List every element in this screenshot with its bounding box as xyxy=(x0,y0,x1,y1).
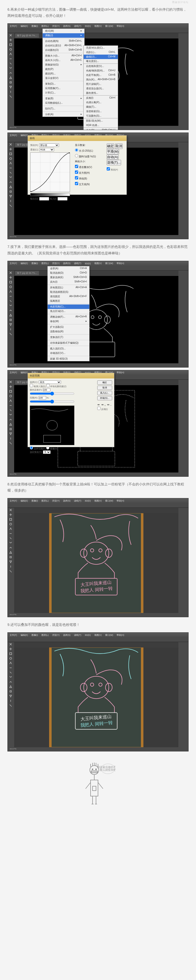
tool-icon[interactable] xyxy=(8,684,14,689)
menu-item[interactable]: 应用图像(Y)... xyxy=(43,86,84,91)
menu-item[interactable]: 色相/饱和度(H)...Ctrl+U xyxy=(84,68,118,73)
menu-item[interactable]: 模式(M)▸ xyxy=(43,29,84,33)
tab-label[interactable]: 猴子.jpg @ 66.7%... xyxy=(15,33,39,38)
menu-item[interactable]: 调整(J)▸ xyxy=(43,33,84,38)
menu-item[interactable]: 编辑(E) xyxy=(21,499,28,503)
tool-icon[interactable] xyxy=(8,161,14,165)
menu-item[interactable]: 滤镜(T) xyxy=(74,499,81,503)
ps-right-panels[interactable] xyxy=(178,33,188,126)
tool-icon[interactable] xyxy=(8,527,14,531)
menu-item[interactable]: 图层(L) xyxy=(41,25,49,28)
menu-item[interactable]: 3D(D) xyxy=(85,500,91,502)
load-button[interactable]: 载入(L)... xyxy=(97,391,112,395)
menu-item[interactable]: 图像(I) xyxy=(32,25,38,28)
menu-item[interactable]: 分析(A)▸ xyxy=(43,112,84,117)
tool-icon[interactable] xyxy=(8,194,14,199)
menu-item[interactable]: 窗口(W) xyxy=(105,633,113,637)
fuzziness-slider[interactable] xyxy=(30,391,75,396)
image-menu-dropdown[interactable]: 模式(M)▸调整(J)▸自动色调(N)Shift+Ctrl+L自动对比度(U)A… xyxy=(42,29,84,117)
menu-item[interactable]: 通道混合器(X)... xyxy=(84,86,118,91)
menu-item[interactable]: 编辑(E) xyxy=(21,134,28,137)
menu-item[interactable]: 黑白(K)...Alt+Shift+Ctrl+B xyxy=(84,78,118,82)
localized-cb[interactable] xyxy=(46,384,49,387)
menu-item[interactable]: 取消选择图层(S) xyxy=(48,290,89,294)
color-range-dialog[interactable]: 色彩范围 选择(C): 高光 检测人脸(D) 本地化颜色簇(Z) 颜色容差(F)… xyxy=(27,373,115,447)
menu-item[interactable]: 照片滤镜(F)... xyxy=(84,82,118,86)
menu-item[interactable]: 亮度/对比度(C)... xyxy=(84,46,118,50)
tool-icon[interactable] xyxy=(8,689,14,694)
menu-item[interactable]: 重新选择(E)Shift+Ctrl+D xyxy=(48,275,89,280)
detect-faces-cb[interactable] xyxy=(30,384,33,387)
preset-select[interactable]: 默认值 xyxy=(39,143,59,147)
tool-icon[interactable] xyxy=(8,57,14,61)
tool-icon[interactable] xyxy=(8,332,14,336)
tool-icon[interactable] xyxy=(8,270,14,275)
tool-icon[interactable] xyxy=(8,290,14,294)
tool-icon[interactable] xyxy=(8,166,14,170)
menu-item[interactable]: 全部(A)Ctrl+A xyxy=(48,266,89,271)
menu-item[interactable]: 变换选区(T) xyxy=(48,335,89,339)
tool-icon[interactable] xyxy=(8,85,14,89)
tool-icon[interactable] xyxy=(8,47,14,52)
menu-item[interactable]: 去色(D)Shift+Ctrl+U xyxy=(84,128,118,130)
menu-item[interactable]: 所有图层(L)Alt+Ctrl+A xyxy=(48,285,89,290)
tool-icon[interactable] xyxy=(8,175,14,180)
menu-item[interactable]: 窗口(W) xyxy=(105,262,113,265)
ps-toolbar[interactable] xyxy=(8,142,14,235)
menu-item[interactable]: 阈值(T)... xyxy=(84,105,118,109)
tool-icon[interactable] xyxy=(8,531,14,536)
ps-menubar[interactable]: 文件(F)编辑(E)图像(I)图层(L)类型(Y)选择(S)滤镜(T)3D(D)… xyxy=(8,498,188,503)
range-slider[interactable] xyxy=(30,399,75,404)
tool-icon[interactable] xyxy=(8,280,14,285)
tool-icon[interactable] xyxy=(8,703,14,708)
menu-item[interactable]: 文件(F) xyxy=(10,262,17,265)
menu-item[interactable]: 复制(D)... xyxy=(43,82,84,86)
tool-icon[interactable] xyxy=(8,304,14,308)
tool-icon[interactable] xyxy=(8,71,14,75)
tool-icon[interactable] xyxy=(8,322,14,327)
menu-item[interactable]: 存储选区(V)... xyxy=(48,351,89,355)
menu-item[interactable]: 图像(I) xyxy=(32,499,38,503)
tool-icon[interactable] xyxy=(8,517,14,522)
show-channel-cb[interactable] xyxy=(75,165,78,168)
tool-icon[interactable] xyxy=(8,313,14,317)
preview-select[interactable]: 无 xyxy=(43,450,51,454)
menu-item[interactable]: 3D(D) xyxy=(85,634,91,636)
tool-icon[interactable] xyxy=(8,564,14,569)
curves-graph[interactable] xyxy=(30,153,70,192)
menu-item[interactable]: 文件(F) xyxy=(10,633,17,637)
tool-icon[interactable] xyxy=(8,38,14,42)
tool-icon[interactable] xyxy=(8,413,14,417)
menu-item[interactable]: 视图(V) xyxy=(94,262,102,265)
menu-item[interactable]: 载入选区(O)... xyxy=(48,347,89,351)
menu-item[interactable]: 3D(D) xyxy=(85,262,91,265)
tool-icon[interactable] xyxy=(8,417,14,422)
ps-right-panels[interactable] xyxy=(178,380,188,473)
tool-icon[interactable] xyxy=(8,512,14,517)
tool-icon[interactable] xyxy=(8,89,14,94)
menu-item[interactable]: 图层(L) xyxy=(41,499,49,503)
ps-toolbar[interactable] xyxy=(8,380,14,473)
cr-select-dropdown[interactable]: 高光 xyxy=(39,380,61,384)
menu-item[interactable]: 计算(C)... xyxy=(43,91,84,95)
tool-icon[interactable] xyxy=(8,285,14,289)
tool-icon[interactable] xyxy=(8,327,14,331)
menu-item[interactable]: 自然饱和度(V)... xyxy=(84,64,118,68)
menu-item[interactable]: 图像(I) xyxy=(32,262,38,265)
ps-right-panels[interactable] xyxy=(178,142,188,235)
menu-item[interactable]: 渐变映射(G)... xyxy=(84,109,118,114)
menu-item[interactable]: 帮助(H) xyxy=(116,633,124,637)
menu-item[interactable]: 自动对比度(U)Alt+Shift+Ctrl+L xyxy=(43,43,84,48)
light-radio[interactable] xyxy=(75,148,78,152)
menu-item[interactable]: 3D(D) xyxy=(85,25,91,27)
menu-item[interactable]: 视图(V) xyxy=(94,25,102,28)
menu-item[interactable]: 变量(B)▸ xyxy=(43,96,84,101)
ok-button[interactable]: 确定 xyxy=(107,143,114,149)
select-menu-dropdown[interactable]: 全部(A)Ctrl+A取消选择(D)Ctrl+D重新选择(E)Shift+Ctr… xyxy=(48,266,89,361)
menu-item[interactable]: 文件(F) xyxy=(10,25,17,28)
menu-item[interactable]: 反相(I)Ctrl+I xyxy=(84,96,118,100)
menu-item[interactable]: 自动色调(N)Shift+Ctrl+L xyxy=(43,39,84,43)
menu-item[interactable]: 图像大小(I)...Alt+Ctrl+I xyxy=(43,54,84,58)
menu-item[interactable]: 焦点区域(U)... xyxy=(48,309,89,313)
range-input[interactable] xyxy=(39,396,46,399)
